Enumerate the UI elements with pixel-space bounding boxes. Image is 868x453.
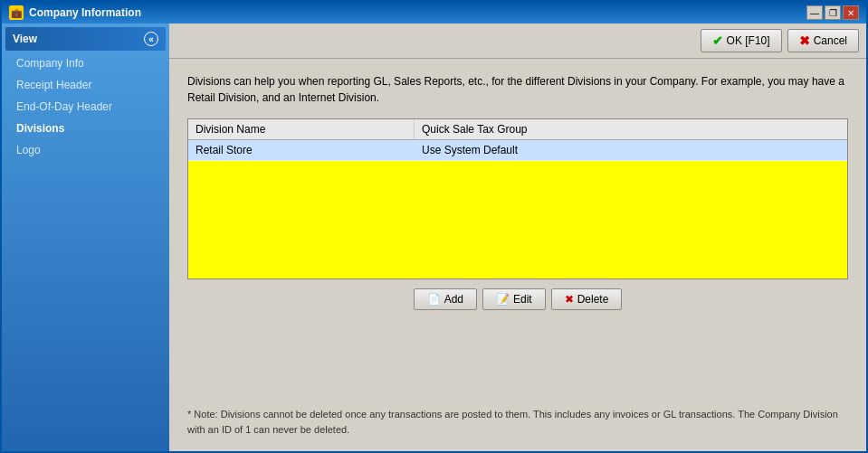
grid-header: Division Name Quick Sale Tax Group xyxy=(188,119,847,140)
note-text: * Note: Divisions cannot be deleted once… xyxy=(187,392,848,437)
description-text: Divisions can help you when reporting GL… xyxy=(187,73,848,106)
sidebar-section-label: View xyxy=(13,33,37,45)
action-buttons: 📄 Add 📝 Edit ✖ Delete xyxy=(187,288,848,310)
delete-button[interactable]: ✖ Delete xyxy=(551,288,623,310)
divisions-grid: Division Name Quick Sale Tax Group Retai… xyxy=(187,118,848,279)
edit-icon: 📝 xyxy=(496,293,510,306)
title-bar: 💼 Company Information — ❐ ✕ xyxy=(2,2,866,24)
window-title: Company Information xyxy=(29,6,141,19)
content-area: Divisions can help you when reporting GL… xyxy=(169,59,866,451)
delete-label: Delete xyxy=(577,293,609,306)
cell-tax-group: Use System Default xyxy=(415,140,847,160)
cell-division-name: Retail Store xyxy=(188,140,415,160)
toolbar: ✔ OK [F10] ✖ Cancel xyxy=(169,24,866,59)
main-window: 💼 Company Information — ❐ ✕ View « Compa… xyxy=(0,0,868,453)
check-icon: ✔ xyxy=(712,33,723,48)
sidebar-section-header: View « xyxy=(5,27,166,51)
add-button[interactable]: 📄 Add xyxy=(414,288,477,310)
window-icon: 💼 xyxy=(9,5,24,20)
spacer xyxy=(187,310,848,392)
add-label: Add xyxy=(444,293,463,306)
add-icon: 📄 xyxy=(427,293,441,306)
x-icon: ✖ xyxy=(799,33,810,48)
right-panel: ✔ OK [F10] ✖ Cancel Divisions can help y… xyxy=(169,24,866,451)
title-bar-left: 💼 Company Information xyxy=(9,5,141,20)
table-row[interactable]: Retail Store Use System Default xyxy=(188,140,847,161)
restore-button[interactable]: ❐ xyxy=(825,5,841,20)
edit-button[interactable]: 📝 Edit xyxy=(482,288,546,310)
ok-label: OK [F10] xyxy=(727,34,770,47)
sidebar-collapse-icon[interactable]: « xyxy=(144,32,158,46)
sidebar-item-receipt-header[interactable]: Receipt Header xyxy=(5,74,166,96)
sidebar-item-divisions[interactable]: Divisions xyxy=(5,118,166,139)
cancel-button[interactable]: ✖ Cancel xyxy=(787,29,859,52)
minimize-button[interactable]: — xyxy=(806,5,823,20)
edit-label: Edit xyxy=(513,293,532,306)
col-tax-group: Quick Sale Tax Group xyxy=(415,119,847,139)
grid-empty-area xyxy=(188,161,847,278)
cancel-label: Cancel xyxy=(814,34,847,47)
sidebar-item-company-info[interactable]: Company Info xyxy=(5,52,166,74)
ok-button[interactable]: ✔ OK [F10] xyxy=(701,29,782,52)
main-content: View « Company Info Receipt Header End-O… xyxy=(2,24,866,451)
col-division-name: Division Name xyxy=(188,119,415,139)
sidebar: View « Company Info Receipt Header End-O… xyxy=(2,24,169,451)
close-button[interactable]: ✕ xyxy=(843,5,859,20)
delete-icon: ✖ xyxy=(565,293,574,306)
title-bar-controls: — ❐ ✕ xyxy=(806,5,859,20)
sidebar-item-eod-header[interactable]: End-Of-Day Header xyxy=(5,96,166,118)
sidebar-item-logo[interactable]: Logo xyxy=(5,139,166,161)
